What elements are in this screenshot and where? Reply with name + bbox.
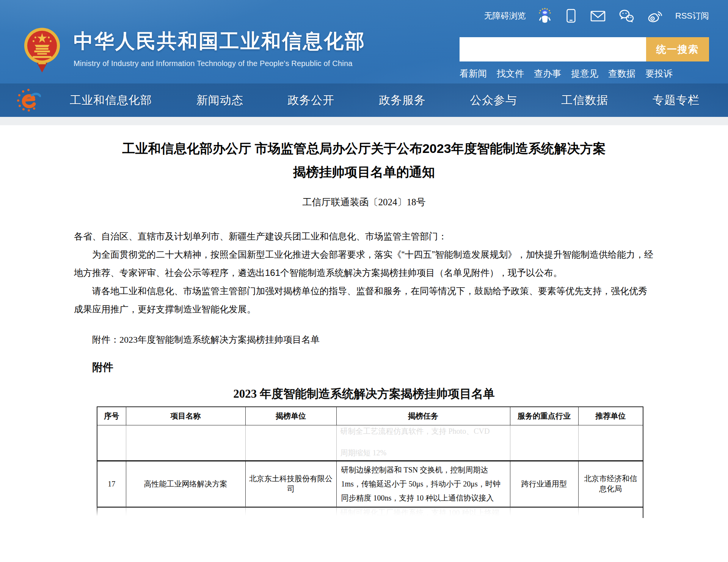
col-header-unit: 揭榜单位 <box>245 407 336 425</box>
main-navigation: 工业和信息化部 新闻动态 政务公开 政务服务 公众参与 工信数据 专题专栏 <box>0 83 728 117</box>
salutation-paragraph: 各省、自治区、直辖市及计划单列市、新疆生产建设兵团工业和信息化、市场监管主管部门… <box>74 227 654 246</box>
body-paragraph-2: 请各地工业和信息化、市场监管主管部门加强对揭榜单位的指导、监督和服务，在同等情况… <box>74 282 654 318</box>
col-header-no: 序号 <box>97 407 126 425</box>
quick-link-services[interactable]: 查办事 <box>534 68 561 80</box>
nav-item-gov-open[interactable]: 政务公开 <box>287 93 334 108</box>
rss-link[interactable]: RSS订阅 <box>675 10 709 22</box>
nav-item-special-topics[interactable]: 专题专栏 <box>653 93 700 108</box>
table-title: 2023 年度智能制造系统解决方案揭榜挂帅项目名单 <box>74 386 654 402</box>
wechat-icon[interactable] <box>618 8 635 24</box>
cell-unit: 北京东土科技股份有限公司 <box>245 461 336 507</box>
table-cell-empty <box>126 507 245 518</box>
table-cell-empty <box>245 425 336 461</box>
col-header-project: 项目名称 <box>126 407 245 425</box>
table-cell-empty <box>97 507 126 518</box>
cell-task: 研制边缘控制器和 TSN 交换机，控制周期达1ms，传输延迟小于 50μs，抖动… <box>336 461 510 507</box>
notice-title: 工业和信息化部办公厅 市场监管总局办公厅关于公布2023年度智能制造系统解决方案… <box>121 137 607 184</box>
cell-no: 17 <box>97 461 126 507</box>
utility-bar: 无障碍浏览 <box>484 8 709 24</box>
table-cell-empty <box>245 507 336 518</box>
nav-item-miit[interactable]: 工业和信息化部 <box>70 93 152 108</box>
body-paragraph-1: 为全面贯彻党的二十大精神，按照全国新型工业化推进大会部署要求，落实《“十四五”智… <box>74 246 654 282</box>
partial-row-above: 研制全工艺流程仿真软件，支持 Photo、CVD 周期缩短 12% <box>97 425 643 461</box>
accessibility-link[interactable]: 无障碍浏览 <box>484 10 526 22</box>
mobile-icon[interactable] <box>564 8 578 24</box>
cell-industry: 跨行业通用型 <box>510 461 578 507</box>
site-brand: 中华人民共和国工业和信息化部 Ministry of Industry and … <box>24 27 366 77</box>
table-cell-empty <box>97 425 126 461</box>
site-title[interactable]: 中华人民共和国工业和信息化部 <box>74 28 366 55</box>
miit-logo-icon[interactable] <box>16 88 41 113</box>
project-table: 序号 项目名称 揭榜单位 揭榜任务 服务的重点行业 推荐单位 研制全工艺流程仿真… <box>97 406 643 518</box>
col-header-industry: 服务的重点行业 <box>510 407 578 425</box>
cell-project: 高性能工业网络解决方案 <box>126 461 245 507</box>
weibo-icon[interactable] <box>646 8 664 24</box>
unified-search-button[interactable]: 统一搜索 <box>646 37 709 61</box>
national-emblem-icon <box>24 27 61 77</box>
project-table-wrap: 序号 项目名称 揭榜单位 揭榜任务 服务的重点行业 推荐单位 研制全工艺流程仿真… <box>97 406 643 518</box>
table-cell-partial-task: 研制可视化工厂操作系统，支持 100 种以上终端 <box>336 507 510 518</box>
document-body: 工业和信息化部办公厅 市场监管总局办公厅关于公布2023年度智能制造系统解决方案… <box>74 137 654 518</box>
nav-item-news[interactable]: 新闻动态 <box>196 93 243 108</box>
table-cell-empty <box>510 507 578 518</box>
table-cell-empty <box>578 425 643 461</box>
mail-icon[interactable] <box>590 8 606 24</box>
site-subtitle: Ministry of Industry and Information Tec… <box>74 59 366 68</box>
partial-row-below: 研制可视化工厂操作系统，支持 100 种以上终端 <box>97 507 643 518</box>
document-number: 工信厅联通装函〔2024〕18号 <box>74 196 654 208</box>
table-cell-empty <box>578 507 643 518</box>
col-header-task: 揭榜任务 <box>336 407 510 425</box>
table-header-row: 序号 项目名称 揭榜单位 揭榜任务 服务的重点行业 推荐单位 <box>97 407 643 425</box>
table-cell-partial-task: 研制全工艺流程仿真软件，支持 Photo、CVD 周期缩短 12% <box>336 425 510 461</box>
table-row: 17 高性能工业网络解决方案 北京东土科技股份有限公司 研制边缘控制器和 TSN… <box>97 461 643 507</box>
robot-mascot-icon[interactable] <box>537 8 552 24</box>
quick-link-data[interactable]: 查数据 <box>608 68 635 80</box>
site-banner: 无障碍浏览 <box>0 0 728 117</box>
search-input[interactable] <box>460 37 646 61</box>
quick-links: 看新闻 找文件 查办事 提意见 查数据 要投诉 <box>460 68 709 80</box>
quick-link-complaint[interactable]: 要投诉 <box>645 68 673 80</box>
cell-recommender: 北京市经济和信息化局 <box>578 461 643 507</box>
notice-paragraphs: 各省、自治区、直辖市及计划单列市、新疆生产建设兵团工业和信息化、市场监管主管部门… <box>74 227 654 318</box>
search-area: 统一搜索 看新闻 找文件 查办事 提意见 查数据 要投诉 <box>460 37 709 80</box>
quick-link-files[interactable]: 找文件 <box>497 68 524 80</box>
divider-strip <box>0 117 728 125</box>
quick-link-news[interactable]: 看新闻 <box>460 68 487 80</box>
col-header-recommender: 推荐单位 <box>578 407 643 425</box>
table-cell-empty <box>126 425 245 461</box>
attachment-link[interactable]: 附件：2023年度智能制造系统解决方案揭榜挂帅项目名单 <box>74 334 654 346</box>
nav-item-miit-data[interactable]: 工信数据 <box>561 93 608 108</box>
attachment-heading: 附件 <box>74 360 654 375</box>
quick-link-feedback[interactable]: 提意见 <box>571 68 598 80</box>
table-cell-empty <box>510 425 578 461</box>
nav-item-public-participation[interactable]: 公众参与 <box>470 93 517 108</box>
nav-item-gov-services[interactable]: 政务服务 <box>379 93 426 108</box>
